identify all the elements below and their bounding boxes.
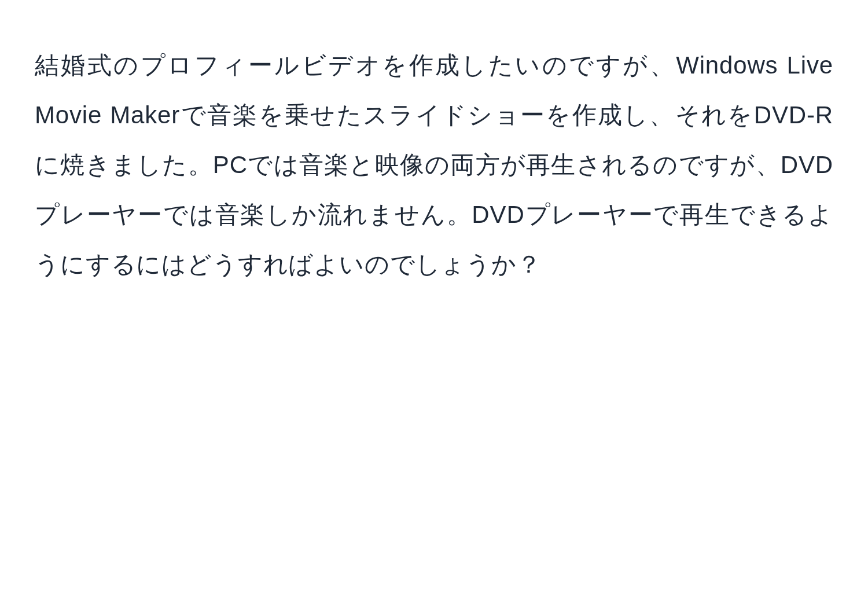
body-text: 結婚式のプロフィールビデオを作成したいのですが、Windows Live Mov… [35,41,833,289]
